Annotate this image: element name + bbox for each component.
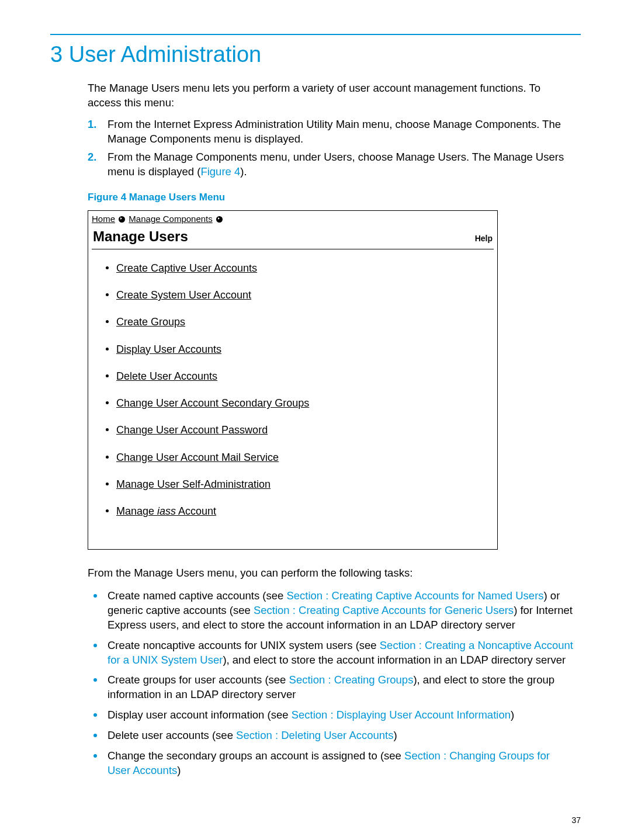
figure-divider	[92, 249, 494, 249]
task-text: Create noncaptive accounts for UNIX syst…	[108, 638, 575, 668]
iass-em: iass	[157, 505, 176, 517]
section-reference-link[interactable]: Section : Creating Captive Accounts for …	[254, 604, 514, 616]
task-item: Display user account information (see Se…	[88, 708, 575, 723]
menu-item[interactable]: Change User Account Mail Service	[116, 450, 497, 464]
step-text: From the Manage Components menu, under U…	[108, 150, 575, 179]
manage-users-menu-list: Create Captive User Accounts Create Syst…	[88, 261, 497, 549]
figure-reference-link[interactable]: Figure 4	[200, 165, 240, 178]
task-text: Display user account information (see Se…	[108, 708, 575, 723]
task-text-segment: Create noncaptive accounts for UNIX syst…	[108, 639, 380, 651]
top-divider	[50, 34, 581, 35]
bullet-icon	[88, 749, 108, 778]
task-text: Change the secondary groups an account i…	[108, 749, 575, 778]
menu-item-link[interactable]: Change User Account Secondary Groups	[116, 397, 309, 409]
menu-item[interactable]: Create System User Account	[116, 288, 497, 302]
iass-suffix: Account	[176, 505, 216, 517]
bullet-icon	[88, 673, 108, 702]
task-text-segment: ), and elect to store the account inform…	[223, 654, 566, 666]
step-text: From the Internet Express Administration…	[108, 117, 575, 147]
bullet-icon	[88, 638, 108, 668]
bullet-icon	[88, 728, 108, 743]
menu-item-link[interactable]: Create Captive User Accounts	[116, 262, 257, 274]
help-link[interactable]: Help	[475, 233, 493, 244]
page-number: 37	[571, 815, 581, 826]
bullet-icon	[88, 708, 108, 723]
figure-caption: Figure 4 Manage Users Menu	[88, 191, 575, 204]
bullet-icon	[88, 589, 108, 633]
task-text: Delete user accounts (see Section : Dele…	[108, 728, 575, 743]
breadcrumb: Home Manage Components	[88, 211, 497, 226]
menu-item-link[interactable]: Change User Account Password	[116, 424, 268, 436]
breadcrumb-separator-icon	[216, 216, 223, 223]
task-item: Create named captive accounts (see Secti…	[88, 589, 575, 633]
intro-paragraph: The Manage Users menu lets you perform a…	[88, 81, 575, 110]
step-item: 1. From the Internet Express Administrat…	[88, 117, 575, 147]
menu-item-link[interactable]: Create Groups	[116, 316, 185, 328]
menu-item[interactable]: Manage iass Account	[116, 504, 497, 518]
tasks-list: Create named captive accounts (see Secti…	[88, 589, 575, 779]
section-reference-link[interactable]: Section : Creating Captive Accounts for …	[286, 589, 543, 602]
task-item: Create groups for user accounts (see Sec…	[88, 673, 575, 702]
step-text-suffix: ).	[240, 165, 247, 178]
menu-item[interactable]: Change User Account Password	[116, 423, 497, 437]
task-item: Create noncaptive accounts for UNIX syst…	[88, 638, 575, 668]
breadcrumb-separator-icon	[119, 216, 125, 223]
menu-item-link[interactable]: Display User Accounts	[116, 343, 221, 355]
chapter-title: 3 User Administration	[50, 40, 581, 70]
menu-item[interactable]: Delete User Accounts	[116, 369, 497, 383]
task-text-segment: )	[511, 709, 514, 721]
task-text-segment: )	[177, 764, 181, 776]
menu-item-link[interactable]: Create System User Account	[116, 289, 251, 301]
task-text: Create named captive accounts (see Secti…	[108, 589, 575, 633]
menu-item-link[interactable]: Change User Account Mail Service	[116, 452, 279, 463]
breadcrumb-home-link[interactable]: Home	[92, 214, 115, 224]
menu-item[interactable]: Manage User Self-Administration	[116, 477, 497, 491]
task-text-segment: Create named captive accounts (see	[108, 589, 286, 602]
task-text-segment: Change the secondary groups an account i…	[108, 749, 404, 762]
task-text: Create groups for user accounts (see Sec…	[108, 673, 575, 702]
menu-item[interactable]: Display User Accounts	[116, 342, 497, 356]
chapter-heading-text: User Administration	[69, 42, 261, 67]
step-number: 2.	[88, 150, 108, 179]
menu-item[interactable]: Create Groups	[116, 315, 497, 329]
section-reference-link[interactable]: Section : Deleting User Accounts	[236, 729, 393, 741]
step-item: 2. From the Manage Components menu, unde…	[88, 150, 575, 179]
chapter-number: 3	[50, 42, 63, 67]
figure-page-title: Manage Users	[93, 227, 188, 246]
task-item: Change the secondary groups an account i…	[88, 749, 575, 778]
section-reference-link[interactable]: Section : Displaying User Account Inform…	[292, 709, 511, 721]
steps-list: 1. From the Internet Express Administrat…	[88, 117, 575, 179]
task-item: Delete user accounts (see Section : Dele…	[88, 728, 575, 743]
task-text-segment: Create groups for user accounts (see	[108, 674, 289, 686]
step-number: 1.	[88, 117, 108, 147]
menu-item-link[interactable]: Manage iass Account	[116, 505, 216, 517]
iass-prefix: Manage	[116, 505, 157, 517]
menu-item[interactable]: Create Captive User Accounts	[116, 261, 497, 275]
section-reference-link[interactable]: Section : Creating Groups	[289, 674, 414, 686]
menu-item-link[interactable]: Delete User Accounts	[116, 370, 217, 382]
task-text-segment: )	[393, 729, 397, 741]
task-text-segment: Delete user accounts (see	[108, 729, 236, 741]
tasks-intro: From the Manage Users menu, you can perf…	[88, 566, 575, 581]
task-text-segment: Display user account information (see	[108, 709, 292, 721]
menu-item-link[interactable]: Manage User Self-Administration	[116, 478, 271, 490]
breadcrumb-components-link[interactable]: Manage Components	[129, 214, 212, 224]
step-text-prefix: From the Manage Components menu, under U…	[108, 151, 564, 178]
figure-screenshot: Home Manage Components Manage Users Help…	[88, 210, 498, 550]
menu-item[interactable]: Change User Account Secondary Groups	[116, 396, 497, 410]
